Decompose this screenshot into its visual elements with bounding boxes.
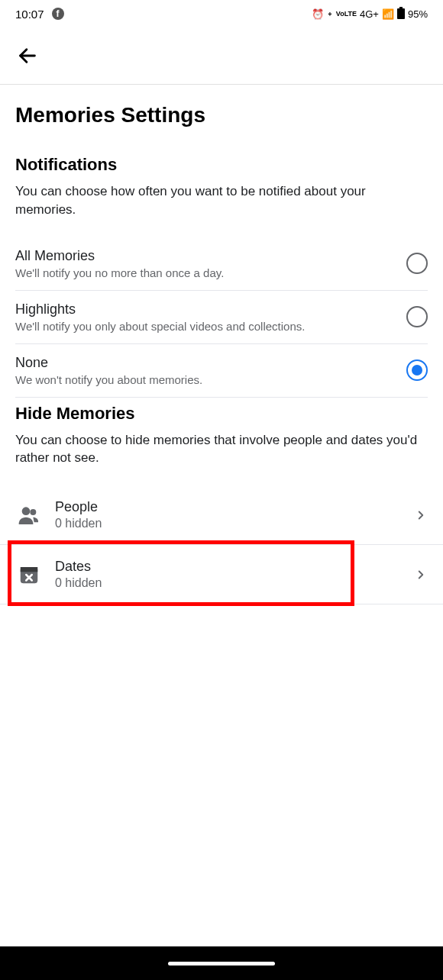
radio-icon	[406, 253, 428, 274]
bluetooth-icon: ᛭	[327, 8, 333, 20]
radio-none[interactable]: None We won't notify you about memories.	[15, 344, 428, 398]
status-time: 10:07	[15, 8, 44, 21]
network-label: 4G+	[360, 8, 379, 20]
radio-text: None We won't notify you about memories.	[15, 355, 406, 386]
hide-people-row[interactable]: People 0 hidden	[0, 485, 443, 545]
alarm-icon: ⏰	[312, 8, 324, 20]
status-left: 10:07 f	[15, 8, 64, 21]
hide-section: Hide Memories You can choose to hide mem…	[15, 404, 428, 605]
battery-icon	[397, 7, 405, 21]
list-sub: 0 hidden	[55, 517, 414, 530]
signal-icon: 📶	[382, 8, 394, 20]
chevron-right-icon	[414, 568, 428, 582]
svg-rect-0	[399, 7, 403, 8]
radio-icon	[406, 306, 428, 327]
back-button[interactable]	[12, 40, 43, 71]
list-text: People 0 hidden	[55, 499, 414, 530]
hide-list: People 0 hidden Dates 0 hidden	[0, 485, 443, 604]
hide-heading: Hide Memories	[15, 404, 428, 424]
page-title: Memories Settings	[15, 103, 428, 127]
facebook-icon: f	[52, 8, 64, 20]
svg-rect-6	[21, 567, 38, 572]
svg-rect-1	[397, 8, 405, 19]
radio-text: All Memories We'll notify you no more th…	[15, 248, 406, 279]
list-title: Dates	[55, 559, 414, 575]
chevron-right-icon	[414, 508, 428, 522]
notifications-desc: You can choose how often you want to be …	[15, 182, 428, 219]
radio-highlights[interactable]: Highlights We'll notify you only about s…	[15, 291, 428, 344]
radio-text: Highlights We'll notify you only about s…	[15, 301, 406, 333]
radio-all-memories[interactable]: All Memories We'll notify you no more th…	[15, 237, 428, 291]
list-title: People	[55, 499, 414, 515]
navigation-bar	[0, 946, 443, 980]
status-right: ⏰ ᛭ VoLTE 4G+ 📶 95%	[312, 7, 428, 21]
notifications-heading: Notifications	[15, 155, 428, 175]
radio-title: All Memories	[15, 248, 397, 264]
list-text: Dates 0 hidden	[55, 559, 414, 590]
content: Memories Settings Notifications You can …	[0, 103, 443, 604]
radio-sub: We won't notify you about memories.	[15, 373, 397, 386]
list-sub: 0 hidden	[55, 576, 414, 590]
status-bar: 10:07 f ⏰ ᛭ VoLTE 4G+ 📶 95%	[0, 0, 443, 27]
people-icon	[15, 501, 43, 529]
radio-icon	[406, 359, 428, 381]
radio-title: Highlights	[15, 301, 397, 318]
hide-dates-row[interactable]: Dates 0 hidden	[0, 545, 443, 604]
header	[0, 27, 443, 85]
hide-desc: You can choose to hide memories that inv…	[15, 431, 428, 468]
radio-sub: We'll notify you only about special vide…	[15, 320, 397, 333]
arrow-left-icon	[17, 45, 38, 66]
radio-sub: We'll notify you no more than once a day…	[15, 266, 397, 279]
battery-percent: 95%	[408, 8, 428, 20]
svg-point-4	[30, 509, 36, 515]
calendar-x-icon	[15, 561, 43, 588]
home-indicator[interactable]	[168, 962, 275, 965]
svg-point-3	[22, 507, 31, 515]
radio-title: None	[15, 355, 397, 371]
volte-icon: VoLTE	[336, 10, 357, 18]
